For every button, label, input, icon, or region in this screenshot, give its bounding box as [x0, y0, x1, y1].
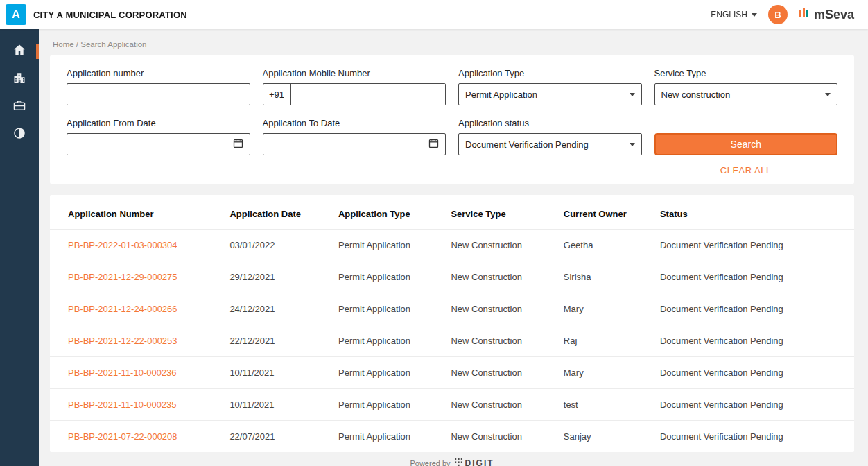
- mseva-brand-text: mSeva: [814, 8, 854, 22]
- table-header-row: Application Number Application Date Appl…: [50, 198, 854, 230]
- to-date-input[interactable]: [263, 133, 446, 155]
- cell-application-date: 10/11/2021: [223, 357, 331, 389]
- table-row: PB-BP-2021-07-22-00020822/07/2021Permit …: [50, 421, 854, 453]
- results-panel: Application Number Application Date Appl…: [50, 195, 854, 452]
- application-status-label: Application status: [458, 118, 642, 128]
- cell-application-number[interactable]: PB-BP-2021-11-10-000235: [50, 389, 223, 421]
- application-type-label: Application Type: [458, 68, 642, 78]
- search-button[interactable]: Search: [654, 133, 838, 155]
- avatar[interactable]: B: [768, 5, 788, 24]
- sidebar-item-city[interactable]: [0, 65, 39, 93]
- application-type-field: Application Type Permit Application: [458, 68, 642, 105]
- contrast-icon: [12, 126, 26, 143]
- cell-application-number[interactable]: PB-BP-2021-12-22-000253: [50, 325, 223, 357]
- cell-status: Document Verification Pending: [653, 357, 854, 389]
- cell-service-type: New Construction: [444, 421, 556, 453]
- cell-application-type: Permit Application: [331, 325, 444, 357]
- cell-status: Document Verification Pending: [653, 325, 854, 357]
- cell-application-number[interactable]: PB-BP-2021-11-10-000236: [50, 357, 223, 389]
- mseva-brand: mSeva: [799, 7, 854, 23]
- topbar: A CITY A MUNICIPAL CORPORATION ENGLISH B…: [0, 0, 868, 29]
- digit-brand-text: DIGIT: [465, 458, 494, 466]
- mobile-number-field: Application Mobile Number +91: [263, 68, 446, 105]
- language-selector[interactable]: ENGLISH: [711, 10, 757, 19]
- service-type-label: Service Type: [654, 68, 838, 78]
- cell-application-type: Permit Application: [331, 357, 444, 389]
- cell-status: Document Verification Pending: [653, 230, 854, 261]
- sidebar-item-briefcase[interactable]: [0, 93, 39, 121]
- search-panel: Application number Application Mobile Nu…: [50, 55, 854, 184]
- search-form: Application number Application Mobile Nu…: [67, 68, 837, 175]
- cell-service-type: New Construction: [444, 325, 556, 357]
- digit-brand: DIGIT: [455, 458, 494, 466]
- cell-status: Document Verification Pending: [653, 261, 854, 293]
- cell-current-owner: Mary: [557, 357, 653, 389]
- cell-application-date: 24/12/2021: [223, 293, 331, 325]
- cell-application-number[interactable]: PB-BP-2021-07-22-000208: [50, 421, 223, 453]
- city-title: CITY A MUNICIPAL CORPORATION: [33, 10, 187, 20]
- cell-current-owner: Mary: [557, 293, 653, 325]
- cell-current-owner: Sanjay: [557, 421, 653, 453]
- table-row: PB-BP-2021-12-24-00026624/12/2021Permit …: [50, 293, 854, 325]
- cell-current-owner: Raj: [557, 325, 653, 357]
- sidebar-item-home[interactable]: [0, 37, 39, 65]
- cell-application-date: 29/12/2021: [223, 261, 331, 293]
- application-number-field: Application number: [67, 68, 250, 105]
- calendar-icon: [233, 138, 243, 150]
- mobile-number-input[interactable]: [291, 84, 446, 105]
- sidebar-item-contrast[interactable]: [0, 121, 39, 148]
- cell-status: Document Verification Pending: [653, 421, 854, 453]
- city-logo: A: [6, 4, 26, 25]
- chevron-down-icon: [630, 93, 635, 96]
- cell-application-date: 03/01/2022: [223, 230, 331, 261]
- application-status-select[interactable]: Document Verification Pending: [458, 133, 642, 155]
- application-status-value: Document Verification Pending: [465, 139, 589, 150]
- topbar-right: ENGLISH B mSeva: [711, 5, 854, 24]
- cell-application-date: 22/12/2021: [223, 325, 331, 357]
- to-date-label: Application To Date: [263, 118, 446, 128]
- service-type-value: New construction: [661, 89, 731, 100]
- cell-application-number[interactable]: PB-BP-2021-12-29-000275: [50, 261, 223, 293]
- application-number-input[interactable]: [73, 84, 243, 105]
- chevron-down-icon: [825, 93, 831, 96]
- header-status: Status: [653, 198, 854, 230]
- from-date-field: Application From Date: [67, 118, 250, 155]
- chevron-down-icon: [630, 143, 635, 146]
- header-application-number: Application Number: [50, 198, 223, 230]
- language-label: ENGLISH: [711, 10, 747, 19]
- header-application-type: Application Type: [331, 198, 444, 230]
- results-table: Application Number Application Date Appl…: [50, 198, 854, 452]
- cell-application-number[interactable]: PB-BP-2021-12-24-000266: [50, 293, 223, 325]
- application-type-select[interactable]: Permit Application: [458, 83, 642, 105]
- from-date-label: Application From Date: [67, 118, 250, 128]
- results-table-body: PB-BP-2022-01-03-00030403/01/2022Permit …: [50, 230, 854, 453]
- search-button-cell: Search: [654, 118, 838, 155]
- service-type-select[interactable]: New construction: [654, 83, 838, 105]
- cell-application-type: Permit Application: [331, 389, 444, 421]
- cell-application-number[interactable]: PB-BP-2022-01-03-000304: [50, 230, 223, 261]
- cell-application-date: 10/11/2021: [223, 389, 331, 421]
- avatar-letter: B: [774, 10, 781, 20]
- mobile-prefix: +91: [263, 84, 291, 105]
- chevron-down-icon: [752, 13, 757, 17]
- clear-all-button[interactable]: CLEAR ALL: [720, 165, 772, 175]
- cell-current-owner: test: [557, 389, 653, 421]
- table-row: PB-BP-2021-11-10-00023510/11/2021Permit …: [50, 389, 854, 421]
- table-row: PB-BP-2021-12-29-00027529/12/2021Permit …: [50, 261, 854, 293]
- cell-service-type: New Construction: [444, 293, 556, 325]
- briefcase-icon: [12, 98, 26, 115]
- calendar-icon: [428, 138, 439, 150]
- service-type-field: Service Type New construction: [654, 68, 838, 105]
- cell-current-owner: Geetha: [557, 230, 653, 261]
- cell-service-type: New Construction: [444, 357, 556, 389]
- application-number-label: Application number: [67, 68, 250, 78]
- cell-service-type: New Construction: [444, 261, 556, 293]
- cell-application-date: 22/07/2021: [223, 421, 331, 453]
- header-application-date: Application Date: [223, 198, 331, 230]
- breadcrumb: Home / Search Application: [50, 35, 854, 55]
- application-status-field: Application status Document Verification…: [458, 118, 642, 155]
- home-icon: [12, 43, 26, 60]
- powered-by-label: Powered by: [410, 459, 450, 466]
- from-date-input[interactable]: [67, 133, 250, 155]
- digit-logo-icon: [455, 458, 462, 466]
